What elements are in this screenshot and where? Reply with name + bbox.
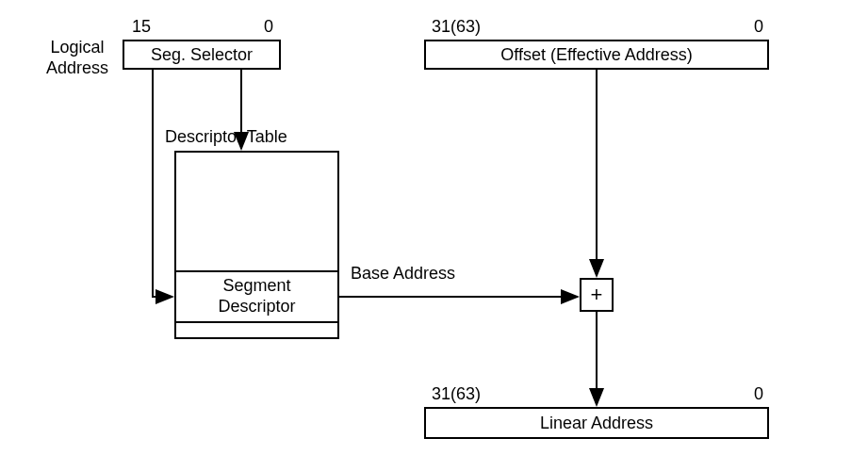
segment-descriptor-box: Segment Descriptor <box>174 270 339 323</box>
linear-address-box: Linear Address <box>424 407 769 439</box>
linear-address-bit-low: 0 <box>754 384 763 404</box>
logical-address-label: Logical Address <box>36 38 119 78</box>
adder-box: + <box>580 278 614 312</box>
offset-bit-low: 0 <box>754 17 763 37</box>
linear-address-bit-high: 31(63) <box>432 384 481 404</box>
offset-bit-high: 31(63) <box>432 17 481 37</box>
adder-symbol: + <box>591 283 603 307</box>
logical-address-text: Logical Address <box>36 38 119 78</box>
segment-descriptor-label: Segment Descriptor <box>218 276 295 317</box>
base-address-label: Base Address <box>351 264 455 284</box>
segmentation-diagram: Logical Address 15 0 Seg. Selector 31(63… <box>0 0 868 471</box>
seg-selector-bit-high: 15 <box>132 17 151 37</box>
descriptor-table-title: Descriptor Table <box>165 127 287 147</box>
seg-selector-label: Seg. Selector <box>151 45 253 65</box>
seg-selector-box: Seg. Selector <box>123 40 281 70</box>
seg-selector-bit-low: 0 <box>264 17 273 37</box>
offset-box: Offset (Effective Address) <box>424 40 769 70</box>
linear-address-label: Linear Address <box>540 414 653 433</box>
descriptor-table-row <box>174 323 339 339</box>
offset-label: Offset (Effective Address) <box>500 45 692 65</box>
